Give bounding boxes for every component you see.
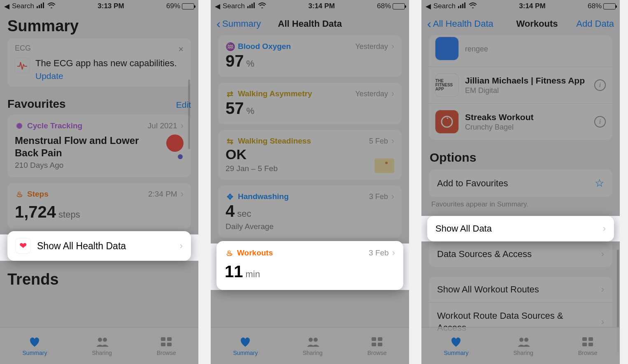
people-icon xyxy=(306,336,320,348)
back-to-app-label[interactable]: Search xyxy=(12,2,34,10)
handwash-icon: ✥ xyxy=(226,192,235,202)
tab-browse[interactable]: Browse xyxy=(367,336,387,356)
tab-sharing[interactable]: Sharing xyxy=(513,336,533,356)
chevron-right-icon: › xyxy=(392,248,395,258)
svg-rect-7 xyxy=(167,337,172,341)
svg-rect-16 xyxy=(372,337,376,341)
app-row-truncated[interactable]: rengee xyxy=(429,35,612,67)
workouts-tile[interactable]: ♨Workouts 3 Feb› 11min xyxy=(216,241,403,290)
walking-asymmetry-tile[interactable]: ⇄Walking Asymmetry Yesterday› 57% xyxy=(218,83,402,124)
back-to-app-icon[interactable]: ◀ xyxy=(215,2,220,11)
tab-summary[interactable]: Summary xyxy=(444,336,469,356)
battery-indicator: 68% xyxy=(588,2,616,10)
tab-browse[interactable]: Browse xyxy=(157,336,176,356)
tabbar-dim: Summary Sharing Browse xyxy=(0,327,198,364)
svg-rect-30 xyxy=(588,343,593,346)
svg-rect-19 xyxy=(378,343,382,346)
walk-icon: ⇄ xyxy=(226,89,235,99)
chevron-left-icon: ‹ xyxy=(216,18,221,30)
ecg-card[interactable]: ECG × The ECG app has new capabilities. … xyxy=(7,38,191,87)
svg-rect-0 xyxy=(37,6,38,8)
back-to-app-icon[interactable]: ◀ xyxy=(426,2,431,11)
wifi-icon xyxy=(469,2,477,10)
flame-icon: ♨ xyxy=(225,248,234,258)
show-all-health-data-button[interactable]: ❤ Show All Health Data › xyxy=(7,231,191,261)
info-icon[interactable]: i xyxy=(594,116,606,128)
svg-rect-21 xyxy=(460,5,461,8)
status-bar: ◀ Search 3:14 PM 68% xyxy=(421,0,620,12)
svg-rect-10 xyxy=(247,6,249,8)
chevron-right-icon: › xyxy=(391,191,394,202)
favourites-note: Favourites appear in Summary. xyxy=(421,200,620,216)
svg-rect-1 xyxy=(39,5,40,8)
cycle-tracking-card[interactable]: ✺ Cycle Tracking Jul 2021 › Menstrual Fl… xyxy=(7,115,191,177)
svg-rect-2 xyxy=(41,4,42,8)
cycle-icon: ✺ xyxy=(15,121,24,131)
favourites-header: Favourites Edit xyxy=(0,95,198,115)
dimmed-region-2: Summary Sharing Browse xyxy=(211,290,409,364)
heart-fill-icon xyxy=(449,336,463,348)
show-workout-routes-button[interactable]: Show All Workout Routes › xyxy=(429,277,612,303)
chevron-right-icon: › xyxy=(391,88,394,99)
svg-rect-13 xyxy=(254,2,255,8)
show-all-data-button[interactable]: Show All Data › xyxy=(427,216,614,241)
app-row-jillian[interactable]: THE FITNESS APP Jillian Michaels | Fitne… xyxy=(429,67,612,104)
status-bar: ◀ Search 3:14 PM 68% xyxy=(211,0,409,12)
app-row-streaks[interactable]: Streaks Workout Crunchy Bagel i xyxy=(429,104,612,140)
svg-point-14 xyxy=(309,338,313,342)
app-icon xyxy=(435,110,458,133)
svg-rect-9 xyxy=(167,343,172,346)
steps-time: 2:34 PM xyxy=(148,190,177,199)
svg-rect-11 xyxy=(249,5,251,8)
tab-sharing[interactable]: Sharing xyxy=(302,336,322,356)
steps-card[interactable]: ♨ Steps 2:34 PM › 1,724 steps xyxy=(7,183,191,229)
tab-browse[interactable]: Browse xyxy=(578,336,598,356)
favourites-group: Add to Favourites ☆ xyxy=(429,169,612,197)
dimmed-region-2: Trends xyxy=(0,261,198,327)
svg-rect-18 xyxy=(372,343,376,346)
data-sources-button[interactable]: Data Sources & Access › xyxy=(429,241,612,267)
status-bar: ◀ Search 3:13 PM 69% xyxy=(0,0,198,12)
tab-summary[interactable]: Summary xyxy=(23,336,47,356)
close-icon[interactable]: × xyxy=(178,44,184,55)
chevron-right-icon: › xyxy=(601,317,604,327)
walking-steadiness-tile[interactable]: ⇆Walking Steadiness 5 Feb› OK 29 Jan – 5… xyxy=(218,130,402,180)
add-data-button[interactable]: Add Data xyxy=(576,19,614,29)
tab-summary[interactable]: Summary xyxy=(233,336,258,356)
dimmed-region: ◀ Search 3:13 PM 69% Summary ECG xyxy=(0,0,198,234)
ecg-update-link[interactable]: Update xyxy=(35,71,177,81)
svg-point-26 xyxy=(524,338,528,342)
chevron-right-icon: › xyxy=(181,121,184,131)
grid-icon xyxy=(370,336,384,348)
steadiness-icon: ⇆ xyxy=(226,137,235,146)
chevron-right-icon: › xyxy=(180,241,183,251)
steps-label: ♨ Steps xyxy=(15,190,49,199)
sources-group: Data Sources & Access › xyxy=(429,241,612,267)
lungs-icon: ♒ xyxy=(226,42,235,51)
tab-bar: Summary Sharing Browse xyxy=(0,327,198,364)
svg-rect-23 xyxy=(464,2,465,8)
ecg-icon xyxy=(15,58,30,73)
battery-indicator: 69% xyxy=(166,2,194,10)
tab-bar: Summary Sharing Browse xyxy=(421,327,620,364)
options-heading: Options xyxy=(421,147,620,169)
favourites-heading: Favourites xyxy=(7,97,66,111)
trends-heading: Trends xyxy=(0,261,198,292)
screen-workouts: ◀ Search 3:14 PM 68% ‹ All Health Data W… xyxy=(421,0,620,364)
cycle-sub: 210 Days Ago xyxy=(15,161,160,170)
svg-point-4 xyxy=(98,338,102,342)
back-button[interactable]: ‹ Summary xyxy=(216,18,261,30)
handwashing-tile[interactable]: ✥Handwashing 3 Feb› 4sec Daily Average xyxy=(218,185,402,238)
back-to-app-label[interactable]: Search xyxy=(223,2,245,10)
back-button[interactable]: ‹ All Health Data xyxy=(427,18,493,30)
svg-point-5 xyxy=(103,338,107,342)
back-to-app-label[interactable]: Search xyxy=(433,2,456,10)
svg-rect-20 xyxy=(458,6,459,8)
blood-oxygen-tile[interactable]: ♒Blood Oxygen Yesterday› 97% xyxy=(218,35,402,77)
back-to-app-icon[interactable]: ◀ xyxy=(4,2,9,11)
dimmed-region: ◀ Search 3:14 PM 68% ‹ Summary All Healt… xyxy=(211,0,409,243)
info-icon[interactable]: i xyxy=(594,79,606,91)
tab-sharing[interactable]: Sharing xyxy=(92,336,112,356)
add-to-favourites-button[interactable]: Add to Favourites ☆ xyxy=(429,169,612,197)
svg-point-25 xyxy=(519,338,523,342)
